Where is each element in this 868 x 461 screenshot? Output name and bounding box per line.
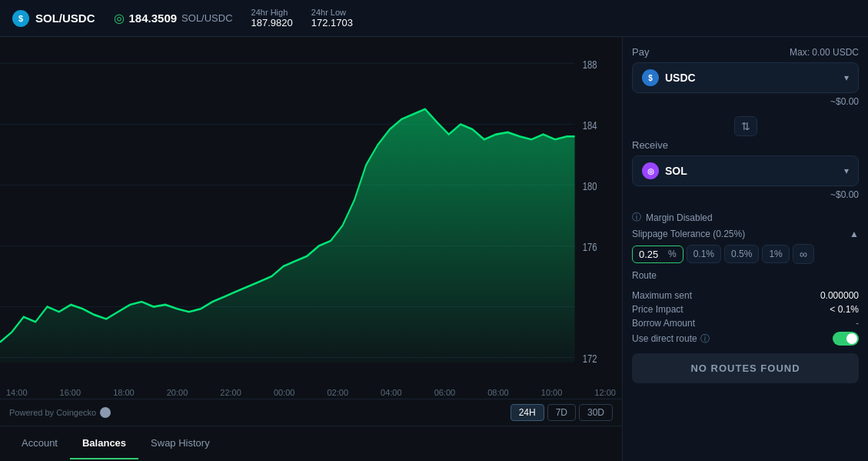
max-sent-label: Maximum sent: [632, 290, 692, 301]
svg-text:188: 188: [583, 58, 597, 72]
usdc-icon: $: [642, 69, 659, 86]
pair-icon: $: [12, 10, 29, 27]
price-icon: ◎: [114, 11, 125, 25]
price-value: 184.3509: [129, 12, 178, 25]
receive-token-select[interactable]: ◎ SOL ▾: [632, 155, 859, 186]
route-label: Route: [632, 270, 859, 281]
high-label: 24hr High: [251, 8, 293, 17]
margin-info-icon: ⓘ: [632, 211, 641, 224]
receive-row: Receive: [632, 139, 859, 151]
slippage-pct-label: %: [668, 249, 677, 259]
no-routes-button[interactable]: NO ROUTES FOUND: [632, 353, 859, 383]
direct-route-info-icon: ⓘ: [700, 332, 710, 346]
price-impact-value: < 0.1%: [830, 304, 859, 315]
header: $ SOL/USDC ◎ 184.3509 SOL/USDC 24hr High…: [0, 0, 868, 37]
direct-route-label: Use direct route ⓘ: [632, 332, 710, 346]
tab-balances[interactable]: Balances: [70, 428, 138, 459]
direct-route-row: Use direct route ⓘ: [632, 332, 859, 346]
max-sent-value: 0.000000: [820, 290, 859, 301]
trading-pair[interactable]: $ SOL/USDC: [12, 10, 95, 27]
right-panel: Pay Max: 0.00 USDC $ USDC ▾ ~$0.00 ⇅ Rec…: [622, 37, 868, 461]
swap-direction-button[interactable]: ⇅: [734, 116, 757, 136]
price-impact-label: Price Impact: [632, 304, 683, 315]
svg-text:172: 172: [583, 352, 597, 366]
chart-section: 188 184 180 176 172 14:00: [0, 37, 622, 461]
low-stat: 24hr Low 172.1703: [311, 8, 353, 28]
tab-account[interactable]: Account: [9, 428, 70, 459]
price-impact-row: Price Impact < 0.1%: [632, 304, 859, 315]
main-area: 188 184 180 176 172 14:00: [0, 37, 868, 461]
time-buttons: 24H 7D 30D: [510, 404, 613, 421]
chart-footer: Powered by Coingecko 24H 7D 30D: [0, 399, 622, 426]
receive-token-name: SOL: [665, 165, 838, 177]
slippage-label: Slippage Tolerance (0.25%): [632, 229, 745, 239]
coingecko-label: Powered by Coingecko: [9, 407, 111, 418]
time-btn-24h[interactable]: 24H: [510, 404, 544, 421]
max-label: Max: 0.00 USDC: [790, 47, 859, 58]
pay-token-name: USDC: [665, 72, 838, 84]
slippage-chevron-up-icon: ▲: [850, 229, 859, 239]
receive-usd: ~$0.00: [632, 189, 859, 200]
pay-token-select[interactable]: $ USDC ▾: [632, 62, 859, 93]
slippage-controls: % 0.1% 0.5% 1% ∞: [632, 244, 859, 264]
tab-swap-history[interactable]: Swap History: [138, 428, 222, 459]
swap-arrow: ⇅: [632, 116, 859, 136]
slippage-header: Slippage Tolerance (0.25%) ▲: [632, 229, 859, 239]
high-value: 187.9820: [251, 17, 293, 28]
time-btn-7d[interactable]: 7D: [547, 404, 576, 421]
time-btn-30d[interactable]: 30D: [579, 404, 613, 421]
price-pair-label: SOL/USDC: [181, 12, 232, 24]
high-stat: 24hr High 187.9820: [251, 8, 293, 28]
margin-text: Margin Disabled: [646, 212, 713, 223]
coingecko-text: Powered by Coingecko: [9, 408, 96, 417]
margin-disabled: ⓘ Margin Disabled: [632, 211, 859, 224]
low-value: 172.1703: [311, 17, 353, 28]
low-label: 24hr Low: [311, 8, 353, 17]
price-chart: 188 184 180 176 172: [0, 43, 622, 388]
slippage-input-wrap: %: [632, 246, 683, 263]
slippage-btn-1[interactable]: 1%: [762, 245, 789, 263]
max-sent-row: Maximum sent 0.000000: [632, 290, 859, 301]
borrow-row: Borrow Amount -: [632, 318, 859, 329]
slippage-btn-0.1[interactable]: 0.1%: [687, 245, 721, 263]
slippage-btn-0.5[interactable]: 0.5%: [724, 245, 759, 263]
price-block: ◎ 184.3509 SOL/USDC: [114, 11, 233, 25]
coingecko-icon: [100, 407, 111, 418]
toggle-knob: [846, 333, 857, 344]
pay-label: Pay: [632, 46, 649, 58]
slippage-btn-infinity[interactable]: ∞: [793, 244, 814, 264]
svg-text:180: 180: [583, 180, 597, 193]
chart-container: 188 184 180 176 172: [0, 37, 622, 388]
pay-usd: ~$0.00: [632, 96, 859, 107]
sol-icon: ◎: [642, 162, 659, 179]
borrow-label: Borrow Amount: [632, 318, 695, 329]
slippage-input[interactable]: [639, 249, 667, 260]
info-rows: Maximum sent 0.000000 Price Impact < 0.1…: [632, 290, 859, 329]
receive-label: Receive: [632, 139, 668, 151]
bottom-tabs: Account Balances Swap History: [0, 426, 622, 461]
svg-text:176: 176: [583, 241, 597, 254]
pay-row: Pay Max: 0.00 USDC: [632, 46, 859, 58]
borrow-value: -: [856, 318, 859, 329]
receive-chevron-down-icon: ▾: [844, 165, 849, 176]
svg-text:184: 184: [583, 119, 597, 132]
pay-chevron-down-icon: ▾: [844, 72, 849, 83]
direct-route-toggle[interactable]: [833, 332, 859, 346]
pair-name: SOL/USDC: [35, 12, 95, 25]
